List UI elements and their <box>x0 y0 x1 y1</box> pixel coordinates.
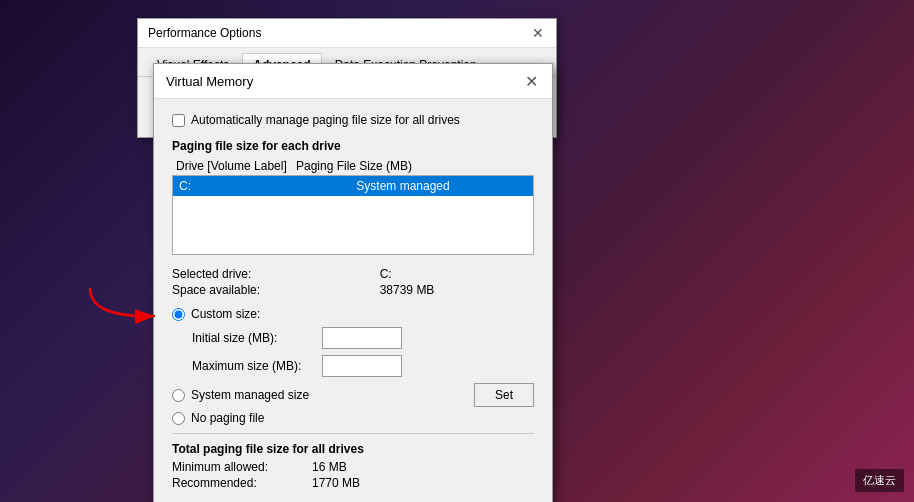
drive-table: C: System managed <box>172 175 534 255</box>
divider <box>172 433 534 434</box>
size-col-header: Paging File Size (MB) <box>296 159 530 173</box>
minimum-allowed-row: Minimum allowed: 16 MB <box>172 460 534 474</box>
space-available-value: 38739 MB <box>380 283 534 297</box>
system-managed-label: System managed size <box>191 388 309 402</box>
recommended-row: Recommended: 1770 MB <box>172 476 534 490</box>
no-paging-row: No paging file <box>172 411 534 425</box>
virtual-memory-window: Virtual Memory ✕ Automatically manage pa… <box>153 63 553 502</box>
perf-close-button[interactable]: ✕ <box>530 25 546 41</box>
perf-title: Performance Options <box>148 26 261 40</box>
space-available-label: Space available: <box>172 283 360 297</box>
drive-table-header: Drive [Volume Label] Paging File Size (M… <box>172 157 534 175</box>
minimum-allowed-label: Minimum allowed: <box>172 460 302 474</box>
minimum-allowed-value: 16 MB <box>312 460 347 474</box>
no-paging-radio[interactable] <box>172 412 185 425</box>
initial-size-input[interactable] <box>322 327 402 349</box>
system-managed-radio[interactable] <box>172 389 185 402</box>
vm-title: Virtual Memory <box>166 74 253 89</box>
drive-col-header: Drive [Volume Label] <box>176 159 296 173</box>
custom-size-label: Custom size: <box>191 307 260 321</box>
max-size-row: Maximum size (MB): <box>172 355 534 377</box>
recommended-value: 1770 MB <box>312 476 360 490</box>
drive-row[interactable]: C: System managed <box>173 176 533 196</box>
auto-manage-row: Automatically manage paging file size fo… <box>172 113 534 127</box>
max-size-input[interactable] <box>322 355 402 377</box>
max-size-label: Maximum size (MB): <box>192 359 322 373</box>
vm-body: Automatically manage paging file size fo… <box>154 99 552 502</box>
selected-drive-label: Selected drive: <box>172 267 360 281</box>
custom-size-row: Custom size: <box>172 307 534 321</box>
initial-size-row: Initial size (MB): <box>172 327 534 349</box>
initial-size-label: Initial size (MB): <box>192 331 322 345</box>
system-managed-row: System managed size <box>172 388 309 402</box>
set-button[interactable]: Set <box>474 383 534 407</box>
vm-titlebar: Virtual Memory ✕ <box>154 64 552 99</box>
no-paging-label: No paging file <box>191 411 264 425</box>
auto-manage-checkbox[interactable] <box>172 114 185 127</box>
recommended-label: Recommended: <box>172 476 302 490</box>
drive-letter: C: <box>179 179 279 193</box>
total-section-label: Total paging file size for all drives <box>172 442 534 456</box>
auto-manage-label: Automatically manage paging file size fo… <box>191 113 460 127</box>
vm-close-button[interactable]: ✕ <box>522 72 540 90</box>
drive-info: Selected drive: C: Space available: 3873… <box>172 267 534 297</box>
arrow-indicator <box>80 278 180 328</box>
perf-titlebar: Performance Options ✕ <box>138 19 556 48</box>
selected-drive-value: C: <box>380 267 534 281</box>
drive-size: System managed <box>279 179 527 193</box>
total-section: Total paging file size for all drives Mi… <box>172 442 534 490</box>
watermark: 亿速云 <box>855 469 904 492</box>
paging-section-label: Paging file size for each drive <box>172 139 534 153</box>
